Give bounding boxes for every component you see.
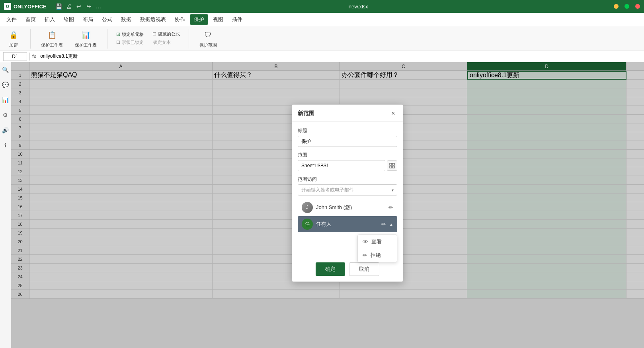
protect-workbook-label: 保护工作表 — [75, 42, 97, 48]
permission-dropdown: 👁 查看 ✏ 拒绝 — [357, 235, 397, 262]
range-row — [298, 160, 397, 171]
dialog-body: 标题 范围 — [292, 122, 403, 258]
protect-sheet-button[interactable]: 📋 保护工作表 — [38, 27, 66, 50]
user-name-anyone: 任有人 — [316, 221, 378, 228]
save-btn[interactable]: 💾 — [55, 2, 63, 11]
hide-formula-checkbox[interactable]: ☐ 隐藏的公式 — [151, 30, 181, 38]
sidebar-speaker-icon[interactable]: 🔊 — [1, 126, 10, 135]
app-logo: O ONLYOFFICE — [4, 3, 47, 10]
lock-cell-checkbox[interactable]: ☑ 锁定单元格 — [115, 31, 145, 38]
title-bar: O ONLYOFFICE 💾 🖨 ↩ ↪ … new.xlsx — [0, 0, 644, 13]
encrypt-icon: 🔒 — [7, 29, 20, 41]
menu-bar: 文件 首页 插入 绘图 布局 公式 数据 数据透视表 协作 保护 视图 插件 — [0, 13, 644, 26]
protect-sheet-icon: 📋 — [46, 29, 59, 41]
permission-deny-label: 拒绝 — [371, 252, 381, 259]
protect-range-label: 保护范围 — [199, 42, 217, 48]
dialog-overlay: 新范围 × 标题 范围 — [11, 62, 644, 348]
user-avatar-john: J — [302, 202, 313, 213]
range-select-button[interactable] — [387, 160, 397, 171]
user-permission-john[interactable]: ✏ — [388, 204, 393, 211]
maximize-btn[interactable] — [624, 4, 629, 9]
permission-option-deny[interactable]: ✏ 拒绝 — [358, 248, 397, 262]
cell-reference[interactable] — [3, 52, 27, 61]
app-logo-box: O — [4, 3, 11, 10]
dialog-title: 新范围 — [298, 110, 314, 117]
new-range-dialog: 新范围 × 标题 范围 — [292, 104, 403, 282]
dialog-header: 新范围 × — [292, 105, 403, 122]
permission-view-label: 查看 — [371, 238, 382, 245]
range-input[interactable] — [298, 160, 385, 171]
protect-sheet-label: 保护工作表 — [41, 42, 63, 48]
access-dropdown-arrow-icon: ▾ — [392, 188, 394, 192]
formula-bar: fx — [0, 51, 644, 62]
menu-home[interactable]: 首页 — [21, 14, 40, 25]
formula-bar-divider — [29, 53, 30, 61]
spreadsheet-area: 🔍 💬 📊 ⚙ 🔊 ℹ A B C D E F 1 2 3 4 5 6 — [0, 62, 644, 348]
menu-formula[interactable]: 公式 — [98, 14, 116, 25]
menu-layout[interactable]: 布局 — [79, 14, 97, 25]
sidebar-chart-icon[interactable]: 📊 — [1, 96, 10, 104]
spreadsheet-main: A B C D E F 1 2 3 4 5 6 7 8 9 10 11 12 — [11, 62, 644, 348]
cancel-button[interactable]: 取消 — [349, 262, 379, 276]
range-field-label: 范围 — [298, 152, 397, 158]
ribbon-divider-1 — [30, 29, 31, 49]
menu-draw[interactable]: 绘图 — [60, 14, 78, 25]
print-btn[interactable]: 🖨 — [64, 2, 73, 11]
encrypt-button[interactable]: 🔒 加密 — [4, 27, 23, 50]
protect-workbook-button[interactable]: 📊 保护工作表 — [72, 27, 100, 50]
svg-rect-0 — [390, 163, 392, 165]
close-btn[interactable] — [635, 4, 640, 9]
encrypt-label: 加密 — [9, 42, 18, 48]
more-btn[interactable]: … — [94, 2, 103, 11]
sidebar-settings-icon[interactable]: ⚙ — [1, 111, 10, 119]
lock-text-btn[interactable]: 锁定文本 — [151, 38, 181, 47]
left-sidebar: 🔍 💬 📊 ⚙ 🔊 ℹ — [0, 62, 11, 348]
minimize-btn[interactable] — [614, 4, 619, 9]
redo-btn[interactable]: ↪ — [84, 2, 93, 11]
svg-rect-1 — [392, 163, 394, 165]
sidebar-search-icon[interactable]: 🔍 — [1, 65, 10, 74]
user-row-john[interactable]: J John Smith (您) ✏ — [298, 199, 397, 215]
menu-insert[interactable]: 插入 — [41, 14, 59, 25]
svg-rect-2 — [390, 166, 392, 168]
menu-collab[interactable]: 协作 — [171, 14, 189, 25]
shape-locked-checkbox[interactable]: ☐ 形状已锁定 — [115, 39, 145, 46]
undo-btn[interactable]: ↩ — [74, 2, 83, 11]
lock-cell-label: 锁定单元格 — [122, 31, 144, 37]
formula-input[interactable] — [39, 53, 641, 60]
ribbon-stack-2: ☐ 隐藏的公式 锁定文本 — [151, 30, 181, 47]
sidebar-comment-icon[interactable]: 💬 — [1, 80, 10, 89]
user-name-john: John Smith (您) — [316, 204, 385, 211]
permission-option-view[interactable]: 👁 查看 — [358, 235, 397, 248]
menu-view[interactable]: 视图 — [209, 14, 227, 25]
permission-dropdown-arrow[interactable]: ▲ — [389, 222, 393, 227]
protect-range-button[interactable]: 🛡 保护范围 — [196, 27, 220, 50]
menu-plugins[interactable]: 插件 — [228, 14, 246, 25]
deny-icon: ✏ — [363, 252, 367, 258]
ribbon-stack-1: ☑ 锁定单元格 ☐ 形状已锁定 — [115, 31, 145, 46]
menu-pivot[interactable]: 数据透视表 — [136, 14, 170, 25]
dialog-close-button[interactable]: × — [389, 109, 397, 117]
label-field-label: 标题 — [298, 127, 397, 134]
user-avatar-anyone: 任 — [302, 219, 313, 230]
app-name: ONLYOFFICE — [14, 4, 47, 10]
user-row-anyone[interactable]: 任 任有人 ✏ ▲ — [298, 216, 397, 232]
shape-locked-label: 形状已锁定 — [122, 39, 144, 45]
menu-protect[interactable]: 保护 — [190, 14, 208, 25]
menu-file[interactable]: 文件 — [2, 14, 21, 25]
hide-formula-label: 隐藏的公式 — [158, 31, 180, 37]
confirm-button[interactable]: 确定 — [316, 262, 345, 276]
sidebar-info-icon[interactable]: ℹ — [1, 141, 10, 150]
formula-fx-icon[interactable]: fx — [32, 53, 36, 59]
ribbon: 🔒 加密 📋 保护工作表 📊 保护工作表 ☑ 锁定单元格 ☐ 形状已锁定 ☐ 隐… — [0, 26, 644, 51]
ribbon-divider-3 — [189, 29, 189, 49]
window-controls — [614, 4, 640, 9]
menu-data[interactable]: 数据 — [117, 14, 135, 25]
user-permission-anyone[interactable]: ✏ — [381, 221, 386, 227]
access-dropdown[interactable]: 开始键入姓名或电子邮件 ▾ — [298, 184, 397, 196]
svg-rect-3 — [392, 166, 394, 168]
label-input[interactable] — [298, 136, 397, 147]
protect-range-icon: 🛡 — [202, 29, 215, 41]
access-field-label: 范围访问 — [298, 176, 397, 183]
user-list: J John Smith (您) ✏ 任 任有人 ✏ ▲ — [298, 199, 397, 232]
